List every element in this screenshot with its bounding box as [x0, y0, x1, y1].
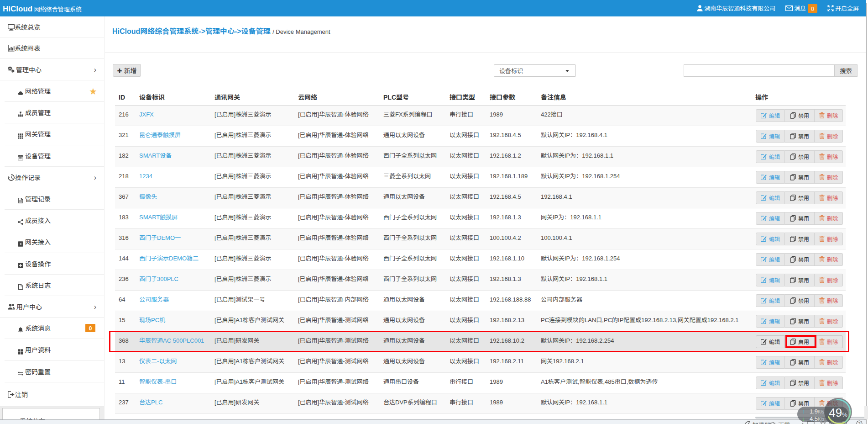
svg-text:?: ?	[858, 420, 860, 424]
